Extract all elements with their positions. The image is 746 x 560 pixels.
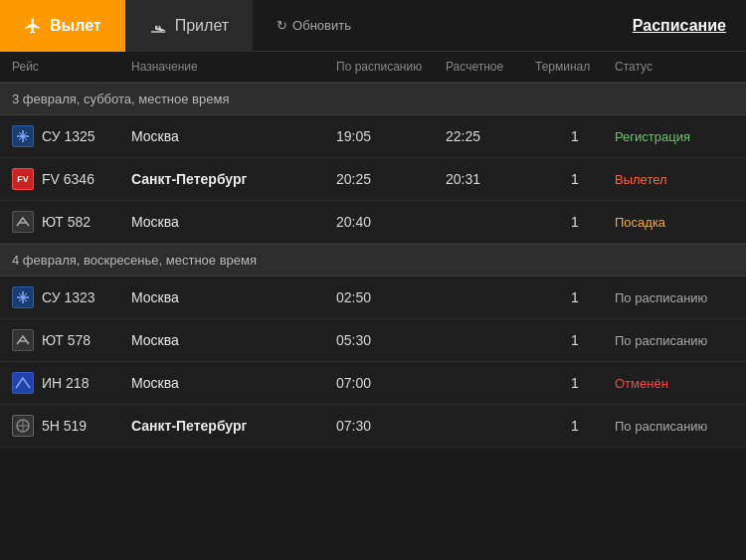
flight-num-label: FV 6346 (42, 171, 94, 187)
date-separator-1: 4 февраля, воскресенье, местное время (0, 244, 746, 277)
flight-status: Посадка (615, 215, 734, 230)
flight-estimated: 20:31 (446, 171, 535, 187)
tab-departure-label: Вылет (50, 17, 101, 35)
flight-num-label: ЮТ 582 (42, 214, 91, 230)
tab-departure[interactable]: Вылет (0, 0, 125, 52)
flight-scheduled: 02:50 (336, 289, 446, 305)
col-scheduled: По расписанию (336, 60, 446, 74)
tab-arrival-label: Прилет (175, 17, 229, 35)
flight-destination: Москва (131, 332, 336, 348)
flight-destination: Москва (131, 289, 336, 305)
flight-row[interactable]: 5Н 519 Санкт-Петербург 07:30 1 По распис… (0, 405, 746, 448)
flight-row[interactable]: ЮТ 582 Москва 20:40 1 Посадка (0, 201, 746, 244)
flight-row[interactable]: СУ 1323 Москва 02:50 1 По расписанию (0, 277, 746, 319)
flight-destination: Москва (131, 375, 336, 391)
col-estimated: Расчетное (446, 60, 535, 74)
flight-terminal: 1 (535, 128, 615, 144)
flight-num-label: ЮТ 578 (42, 332, 91, 348)
flight-terminal: 1 (535, 171, 615, 187)
flight-status: Вылетел (615, 172, 734, 187)
airline-icon: FV (12, 168, 34, 190)
refresh-button[interactable]: ↻ Обновить (277, 18, 351, 33)
flight-number: СУ 1325 (12, 125, 131, 147)
col-flight: Рейс (12, 60, 131, 74)
airline-icon (12, 286, 34, 308)
airline-icon (12, 415, 34, 437)
flight-number: 5Н 519 (12, 415, 131, 437)
refresh-label: Обновить (292, 18, 351, 33)
flight-status: Регистрация (615, 129, 734, 144)
flight-destination: Москва (131, 214, 336, 230)
flight-scheduled: 07:30 (336, 418, 446, 434)
airline-icon (12, 125, 34, 147)
flight-num-label: СУ 1325 (42, 128, 95, 144)
header: Вылет Прилет ↻ Обновить Расписание (0, 0, 746, 52)
flight-row[interactable]: СУ 1325 Москва 19:05 22:25 1 Регистрация (0, 115, 746, 158)
refresh-icon: ↻ (277, 18, 287, 33)
flight-number: СУ 1323 (12, 286, 131, 308)
flight-number: ЮТ 582 (12, 211, 131, 233)
flight-terminal: 1 (535, 289, 615, 305)
tab-arrival[interactable]: Прилет (125, 0, 253, 52)
col-destination: Назначение (131, 60, 336, 74)
flight-scheduled: 19:05 (336, 128, 446, 144)
flight-scheduled: 05:30 (336, 332, 446, 348)
flight-status: По расписанию (615, 290, 734, 305)
airline-icon (12, 211, 34, 233)
flight-destination: Москва (131, 128, 336, 144)
flight-terminal: 1 (535, 214, 615, 230)
flight-status: По расписанию (615, 419, 734, 434)
flight-number: ИН 218 (12, 372, 131, 394)
flight-terminal: 1 (535, 375, 615, 391)
airline-icon (12, 372, 34, 394)
flight-status: Отменён (615, 376, 734, 391)
flight-number: FV FV 6346 (12, 168, 131, 190)
flight-scheduled: 20:40 (336, 214, 446, 230)
flights-container: 3 февраля, суббота, местное время СУ 132… (0, 83, 746, 448)
flight-row[interactable]: ИН 218 Москва 07:00 1 Отменён (0, 362, 746, 405)
flight-estimated: 22:25 (446, 128, 535, 144)
flight-status: По расписанию (615, 333, 734, 348)
flight-num-label: СУ 1323 (42, 289, 95, 305)
column-headers: Рейс Назначение По расписанию Расчетное … (0, 52, 746, 83)
flight-scheduled: 07:00 (336, 375, 446, 391)
flight-num-label: ИН 218 (42, 375, 89, 391)
schedule-label: Расписание (633, 17, 726, 34)
airline-icon (12, 329, 34, 351)
flight-number: ЮТ 578 (12, 329, 131, 351)
flight-row[interactable]: ЮТ 578 Москва 05:30 1 По расписанию (0, 319, 746, 362)
col-terminal: Терминал (535, 60, 615, 74)
flight-scheduled: 20:25 (336, 171, 446, 187)
flight-num-label: 5Н 519 (42, 418, 87, 434)
flight-row[interactable]: FV FV 6346 Санкт-Петербург 20:25 20:31 1… (0, 158, 746, 201)
flight-terminal: 1 (535, 332, 615, 348)
flight-terminal: 1 (535, 418, 615, 434)
col-status: Статус (615, 60, 734, 74)
flight-destination: Санкт-Петербург (131, 171, 336, 187)
flight-destination: Санкт-Петербург (131, 418, 336, 434)
schedule-link[interactable]: Расписание (633, 17, 726, 35)
date-separator-0: 3 февраля, суббота, местное время (0, 83, 746, 115)
